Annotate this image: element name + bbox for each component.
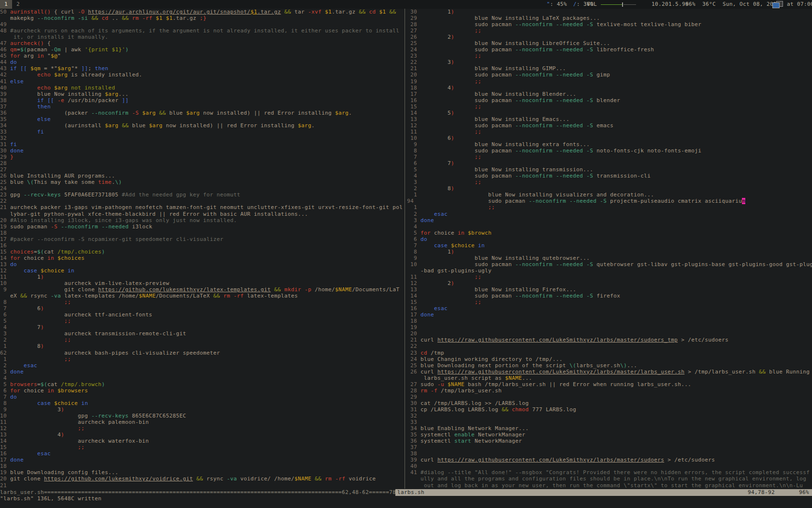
code-row: 2 ;; — [0, 337, 404, 343]
line-number: 10 — [0, 413, 10, 419]
code-row: 21 — [0, 482, 404, 489]
code-row: 28 — [0, 160, 404, 166]
code-row: 19 ;; — [407, 78, 812, 85]
line-number: 19 — [407, 78, 420, 85]
vim-window-larbs-sh[interactable]: 30 1) 29 blue Now installing LaTeX packa… — [405, 9, 812, 489]
line-number: 48 — [0, 28, 10, 34]
line-number: 2 — [407, 211, 420, 217]
line-number — [0, 293, 10, 299]
code-row: 1 ;; — [407, 204, 812, 210]
line-number: 6 — [0, 388, 10, 394]
statusline-inactive: larbs_user.sh===========================… — [0, 489, 404, 495]
terminal-vim: 50 aurinstall() { curl -O https://aur.ar… — [0, 9, 812, 508]
line-number — [407, 476, 420, 482]
line-number: 10 — [0, 280, 10, 286]
code-row: 36 systemctl start NetworkManager — [407, 438, 812, 444]
line-number: 6 — [407, 236, 420, 242]
code-row: 8 ;; — [0, 299, 404, 305]
line-number: 18 — [0, 463, 10, 469]
code-row: 12 2) — [407, 280, 812, 286]
code-row: 14 5) — [407, 110, 812, 116]
code-row: 4 sudo pacman --noconfirm --needed -S tr… — [407, 173, 812, 179]
line-number: 17 — [407, 91, 420, 97]
line-number — [407, 268, 420, 274]
code-row: 27 ;; — [407, 28, 812, 34]
line-number: 19 — [0, 469, 10, 476]
code-row: 30 done — [0, 148, 404, 154]
line-number: 26 — [407, 34, 420, 40]
system-tray-display-icon[interactable] — [772, 1, 783, 8]
line-number: 29 — [0, 154, 10, 160]
line-number: 21 — [0, 204, 10, 210]
code-row: 11 ;; — [407, 274, 812, 280]
line-number: 9 — [0, 286, 10, 293]
code-row: 3 ;; — [407, 179, 812, 185]
code-row: 20 git clone https://github.com/lukesmit… — [0, 476, 404, 482]
code-row: 50 aurinstall() { curl -O https://aur.ar… — [0, 9, 404, 15]
line-number: 35 — [407, 432, 420, 438]
code-row: 14 for choice in $choices — [0, 255, 404, 261]
code-row: 16 esac — [0, 450, 404, 457]
code-row: 15 choices=$(cat /tmp/.choices) — [0, 249, 404, 255]
line-number: 43 — [0, 65, 10, 72]
vim-window-larbs-user-sh[interactable]: 50 aurinstall() { curl -O https://aur.ar… — [0, 9, 404, 489]
statusline-percent: 96% — [799, 489, 809, 495]
code-row: 10 aurcheck vim-live-latex-preview — [0, 280, 404, 286]
code-row: 19 sudo pacman -S --noconfirm --needed i… — [0, 224, 404, 230]
line-number: 41 — [407, 469, 420, 476]
code-row: lybar-git python-pywal xfce-theme-blackb… — [0, 211, 404, 217]
line-number: 18 — [407, 318, 420, 324]
line-number: 5 — [0, 381, 10, 388]
line-number: 16 — [407, 305, 420, 312]
line-number: 20 — [0, 476, 10, 482]
line-number: 8 — [407, 148, 420, 154]
line-number: 14 — [407, 293, 420, 299]
code-row: 35 systemctl enable NetworkManager — [407, 432, 812, 438]
line-number: 40 — [407, 463, 420, 469]
line-number: 34 — [407, 425, 420, 432]
code-row: 7 6) — [0, 305, 404, 312]
line-number: 9 — [0, 406, 10, 413]
code-row: 28 sudo pacman --noconfirm --needed -S t… — [407, 21, 812, 28]
line-number: 7 — [0, 305, 10, 312]
line-number: 42 — [0, 72, 10, 78]
ip-address: 10.201.5.96 — [652, 0, 689, 9]
line-number: 44 — [0, 59, 10, 65]
line-number: 25 — [407, 362, 420, 369]
code-row: larbs_user.sh script as $NAME... — [407, 375, 812, 381]
line-number: 33 — [0, 129, 10, 135]
code-row: 36 (packer --noconfirm -S $arg && blue $… — [0, 110, 404, 116]
line-number: 21 — [0, 482, 10, 489]
workspace-tag-2[interactable]: 2 — [12, 0, 24, 9]
line-number: 2 — [407, 185, 420, 192]
line-number: 13 — [0, 261, 10, 268]
line-number: 3 — [407, 179, 420, 185]
line-number: 26 — [407, 369, 420, 375]
line-number: 26 — [0, 173, 10, 179]
line-number: 1 — [407, 204, 420, 210]
code-row: 4 — [407, 224, 812, 230]
code-row: 10 sudo pacman --noconfirm --needed -S q… — [407, 261, 812, 268]
memory-status: ": 45% — [547, 0, 567, 9]
line-number: 22 — [407, 59, 420, 65]
line-number: 7 — [0, 394, 10, 400]
code-row: 24 blue Changin working directory to /tm… — [407, 356, 812, 362]
code-row: 3 done — [407, 217, 812, 224]
code-row: 3 aurcheck transmission-remote-cli-git — [0, 330, 404, 337]
line-number: 10 — [407, 261, 420, 268]
line-number: 21 — [407, 65, 420, 72]
code-row: 10 6) — [407, 135, 812, 141]
code-row: 13 blue Now installing Firefox... — [407, 286, 812, 293]
code-row: 23 ;; — [407, 53, 812, 59]
line-number: 8 — [0, 400, 10, 406]
line-number: 8 — [0, 299, 10, 305]
line-number: 38 — [0, 97, 10, 104]
workspace-tag-1[interactable]: 1 — [0, 0, 12, 9]
line-number: 29 — [407, 15, 420, 21]
code-row: 24 — [0, 185, 404, 192]
code-row: 6 7) — [407, 160, 812, 166]
line-number: 4 — [407, 224, 420, 230]
volume-slider-handle[interactable] — [622, 2, 623, 7]
code-row: 16 sudo pacman --noconfirm --needed -S b… — [407, 97, 812, 104]
line-number: 31 — [0, 141, 10, 148]
